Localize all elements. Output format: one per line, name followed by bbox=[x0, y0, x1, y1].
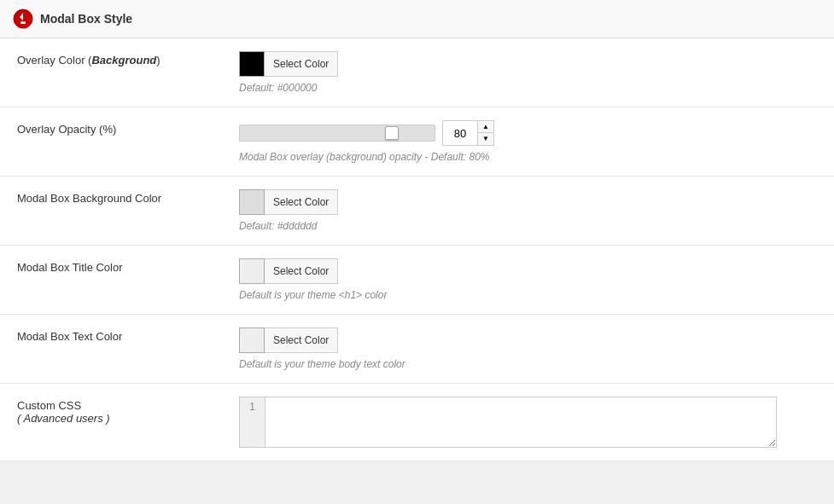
control-text-color: Select Color Default is your theme body … bbox=[222, 315, 834, 384]
control-overlay-opacity: ▲ ▼ Modal Box overlay (background) opaci… bbox=[222, 107, 834, 177]
swatch-bg-color[interactable] bbox=[239, 189, 265, 215]
line-number-1: 1 bbox=[249, 401, 255, 413]
plugin-icon bbox=[13, 9, 33, 29]
row-bg-color: Modal Box Background Color Select Color … bbox=[0, 177, 834, 246]
opacity-input-wrapper: ▲ ▼ bbox=[442, 120, 494, 146]
swatch-text-color[interactable] bbox=[239, 327, 265, 353]
label-bg-color: Modal Box Background Color bbox=[0, 177, 222, 246]
css-textarea-wrapper: 1 bbox=[239, 397, 817, 448]
helper-text-color: Default is your theme body text color bbox=[239, 358, 817, 370]
page-header: Modal Box Style bbox=[0, 0, 834, 38]
color-picker-text: Select Color bbox=[239, 327, 817, 353]
label-overlay-color: Overlay Color (Background) bbox=[0, 38, 222, 107]
helper-overlay-opacity: Modal Box overlay (background) opacity -… bbox=[239, 151, 817, 163]
control-custom-css: 1 bbox=[222, 384, 834, 461]
color-picker-title: Select Color bbox=[239, 258, 817, 284]
line-numbers: 1 bbox=[239, 397, 265, 448]
row-text-color: Modal Box Text Color Select Color Defaul… bbox=[0, 315, 834, 384]
label-title-color: Modal Box Title Color bbox=[0, 246, 222, 315]
row-overlay-opacity: Overlay Opacity (%) ▲ ▼ Modal Box bbox=[0, 107, 834, 177]
row-custom-css: Custom CSS ( Advanced users ) 1 bbox=[0, 384, 834, 461]
control-overlay-color: Select Color Default: #000000 bbox=[222, 38, 834, 107]
custom-css-textarea[interactable] bbox=[265, 397, 777, 448]
opacity-input[interactable] bbox=[443, 121, 477, 145]
swatch-title-color[interactable] bbox=[239, 258, 265, 284]
page-wrapper: Modal Box Style Overlay Color (Backgroun… bbox=[0, 0, 834, 461]
opacity-spinners: ▲ ▼ bbox=[477, 121, 493, 145]
helper-overlay-color: Default: #000000 bbox=[239, 82, 817, 94]
color-picker-bg: Select Color bbox=[239, 189, 817, 215]
page-title: Modal Box Style bbox=[40, 12, 132, 26]
opacity-spin-up[interactable]: ▲ bbox=[478, 121, 493, 133]
label-custom-css: Custom CSS ( Advanced users ) bbox=[0, 384, 222, 461]
helper-bg-color: Default: #dddddd bbox=[239, 220, 817, 232]
settings-table: Overlay Color (Background) Select Color … bbox=[0, 38, 834, 461]
svg-rect-2 bbox=[20, 21, 26, 24]
swatch-overlay-color[interactable] bbox=[239, 51, 265, 77]
row-overlay-color: Overlay Color (Background) Select Color … bbox=[0, 38, 834, 107]
slider-row-opacity: ▲ ▼ bbox=[239, 120, 817, 146]
control-title-color: Select Color Default is your theme <h1> … bbox=[222, 246, 834, 315]
opacity-slider[interactable] bbox=[239, 125, 435, 142]
label-overlay-opacity: Overlay Opacity (%) bbox=[0, 107, 222, 177]
row-title-color: Modal Box Title Color Select Color Defau… bbox=[0, 246, 834, 315]
select-color-btn-text[interactable]: Select Color bbox=[265, 327, 338, 353]
select-color-btn-bg[interactable]: Select Color bbox=[265, 189, 338, 215]
label-text-color: Modal Box Text Color bbox=[0, 315, 222, 384]
helper-title-color: Default is your theme <h1> color bbox=[239, 289, 817, 301]
select-color-btn-title[interactable]: Select Color bbox=[265, 258, 338, 284]
color-picker-overlay: Select Color bbox=[239, 51, 817, 77]
opacity-spin-down[interactable]: ▼ bbox=[478, 133, 493, 145]
control-bg-color: Select Color Default: #dddddd bbox=[222, 177, 834, 246]
select-color-btn-overlay[interactable]: Select Color bbox=[265, 51, 338, 77]
